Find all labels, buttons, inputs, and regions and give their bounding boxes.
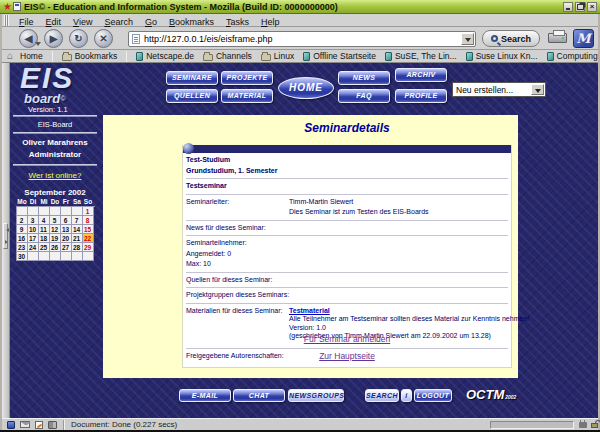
calendar-day[interactable]: 3	[28, 216, 39, 225]
nav-button-news[interactable]: NEWS	[338, 71, 390, 85]
info-button[interactable]: i	[401, 389, 412, 402]
bookmark-item[interactable]: Computing	[547, 51, 598, 61]
bookmark-item[interactable]: Channels	[203, 51, 252, 61]
bookmark-item[interactable]: SuSE, The Lin...	[385, 51, 457, 61]
row-separator	[186, 235, 508, 236]
newsgroups-button[interactable]: NEWSGROUPS	[288, 389, 344, 402]
register-seminar-link[interactable]: Für Seminar anmelden	[182, 334, 512, 344]
toolbar-grip[interactable]	[4, 15, 9, 26]
folder-icon	[62, 54, 72, 61]
calendar-day	[39, 207, 50, 216]
nav-button-archiv[interactable]: ARCHIV	[395, 68, 447, 82]
row-separator	[186, 178, 508, 179]
chat-button[interactable]: CHAT	[233, 389, 285, 402]
calendar-day-header: Sa	[72, 198, 83, 205]
nav-button-quellen[interactable]: QUELLEN	[166, 89, 218, 103]
nav-button-seminare[interactable]: SEMINARE	[166, 71, 218, 85]
calendar-day[interactable]: 28	[72, 243, 83, 252]
splitter-grip-icon[interactable]	[3, 223, 8, 249]
board-label: EIS-Board	[12, 117, 98, 132]
bookmark-item[interactable]: Netscape.de	[136, 51, 194, 61]
email-button[interactable]: E-MAIL	[179, 389, 231, 402]
logout-button[interactable]: LOGOUT	[414, 389, 452, 402]
close-button[interactable]: ×	[587, 2, 597, 12]
row-separator	[186, 272, 508, 273]
calendar-day[interactable]: 13	[61, 225, 72, 234]
url-input[interactable]	[144, 33, 461, 45]
addressbook-icon[interactable]	[48, 421, 57, 429]
back-button[interactable]: ◀	[19, 29, 38, 48]
sidebar-splitter[interactable]	[2, 63, 10, 418]
calendar-day[interactable]: 1	[83, 207, 94, 216]
calendar-day[interactable]: 17	[28, 234, 39, 243]
calendar-day	[72, 252, 83, 261]
dropdown-arrow-icon[interactable]	[531, 84, 544, 95]
nav-button-faq[interactable]: FAQ	[338, 89, 390, 103]
navigator-icon[interactable]	[7, 421, 15, 429]
bookmark-item[interactable]: Linux	[261, 51, 294, 61]
copyright-mark: ©	[60, 95, 65, 102]
security-lock-icon[interactable]	[591, 423, 598, 428]
maximize-button[interactable]	[575, 2, 585, 12]
bookmark-item[interactable]: Offline Startseite	[303, 51, 376, 61]
calendar-day[interactable]: 15	[83, 225, 94, 234]
row-separator	[186, 194, 508, 195]
calendar-day	[28, 207, 39, 216]
material-link[interactable]: Testmaterial	[289, 307, 330, 316]
calendar-day[interactable]: 29	[83, 243, 94, 252]
calendar-day[interactable]: 9	[17, 225, 28, 234]
user-role: Administrator	[12, 150, 98, 164]
calendar-day[interactable]: 24	[28, 243, 39, 252]
calendar-day[interactable]: 14	[72, 225, 83, 234]
calendar-day[interactable]: 7	[72, 216, 83, 225]
calendar-day[interactable]: 30	[17, 252, 28, 261]
mail-icon[interactable]	[20, 421, 30, 428]
calendar-day[interactable]: 8	[83, 216, 94, 225]
row-separator	[186, 220, 508, 221]
main-page-link[interactable]: Zur Hauptseite	[182, 351, 512, 361]
calendar-day[interactable]: 23	[17, 243, 28, 252]
nav-button-projekte[interactable]: PROJEKTE	[221, 71, 273, 85]
create-new-dropdown[interactable]: Neu erstellen...	[452, 82, 546, 97]
calendar-day[interactable]: 18	[39, 234, 50, 243]
calendar-day[interactable]: 10	[28, 225, 39, 234]
bookmark-item[interactable]: Suse Linux Kn...	[466, 51, 538, 61]
calendar-day[interactable]: 27	[61, 243, 72, 252]
calendar-day[interactable]: 5	[50, 216, 61, 225]
forward-button[interactable]: ▶	[44, 29, 63, 48]
table-row: News für dieses Seminar:	[186, 223, 508, 234]
calendar-day[interactable]: 16	[17, 234, 28, 243]
calendar-day[interactable]: 21	[72, 234, 83, 243]
calendar-day	[17, 207, 28, 216]
stop-button[interactable]: ✕	[94, 29, 113, 48]
calendar-day[interactable]: 12	[50, 225, 61, 234]
bookmark-item[interactable]: Home	[7, 51, 43, 61]
calendar-day[interactable]: 2	[17, 216, 28, 225]
who-is-online-link[interactable]: Wer ist online?	[12, 166, 98, 184]
bookmark-icon	[466, 52, 473, 61]
search-button[interactable]: Search	[482, 30, 540, 47]
nav-button-home[interactable]: HOME	[278, 77, 334, 99]
calendar-day[interactable]: 22	[83, 234, 94, 243]
calendar-day[interactable]: 20	[61, 234, 72, 243]
star-icon: ★	[3, 2, 12, 12]
url-dropdown-button[interactable]	[461, 33, 474, 45]
composer-icon[interactable]	[35, 421, 43, 429]
calendar-day[interactable]: 25	[39, 243, 50, 252]
calendar-day[interactable]: 19	[50, 234, 61, 243]
calendar-day[interactable]: 6	[61, 216, 72, 225]
nav-button-material[interactable]: MATERIAL	[221, 89, 273, 103]
calendar-day[interactable]: 11	[39, 225, 50, 234]
material-version: Version: 1.0	[289, 324, 529, 333]
bookmark-item[interactable]: Bookmarks	[62, 51, 118, 61]
url-bar[interactable]	[128, 31, 476, 47]
calendar-day[interactable]: 4	[39, 216, 50, 225]
online-status-icon[interactable]	[579, 422, 587, 428]
reload-button[interactable]: ↻	[69, 29, 88, 48]
mozilla-throbber-icon[interactable]: M	[573, 29, 594, 48]
calendar-day[interactable]: 26	[50, 243, 61, 252]
print-button[interactable]	[548, 33, 567, 43]
minimize-button[interactable]	[563, 2, 573, 12]
search-eis-button[interactable]: SEARCH !	[365, 389, 399, 402]
nav-button-profile[interactable]: PROFILE	[395, 89, 447, 103]
